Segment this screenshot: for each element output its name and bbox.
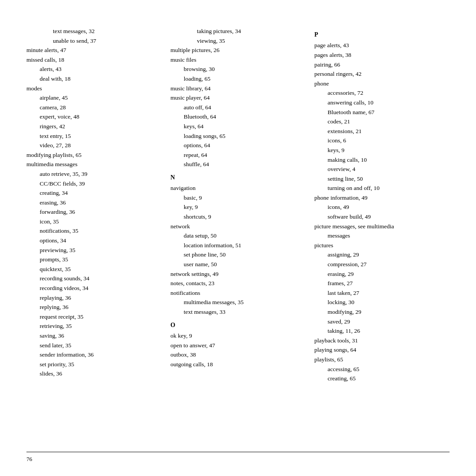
index-entry: prompts, 35 [40,255,162,264]
index-entry: auto off, 64 [184,103,306,112]
index-entry: multiple pictures, 26 [171,45,306,55]
index-entry: compression, 27 [327,260,450,269]
index-entry: erasing, 29 [327,269,450,279]
index-entry: Bluetooth name, 67 [327,108,450,117]
index-entry: replying, 36 [40,302,162,312]
index-entry: icons, 49 [327,202,450,212]
index-entry: phone information, 49 [314,193,450,203]
index-entry: deal with, 18 [40,74,162,84]
index-entry: N [171,173,306,182]
index-entry: slides, 36 [40,369,162,379]
index-entry: page alerts, 43 [314,41,450,50]
index-entry: modifying, 29 [327,307,450,317]
index-entry: options, 64 [184,141,306,150]
index-entry: repeat, 64 [184,150,306,160]
index-entry: auto retrieve, 35, 39 [40,169,162,179]
index-entry: picture messages, see multimedia [314,222,450,231]
index-entry: video, 27, 28 [40,141,162,150]
index-entry: pairing, 66 [314,60,450,70]
index-entry: request receipt, 35 [40,312,162,322]
index-entry: shuffle, 64 [184,160,306,169]
index-entry: making calls, 10 [327,155,450,165]
index-entry: CC/BCC fields, 39 [40,179,162,189]
index-entry: retrieving, 35 [40,321,162,331]
index-entry: loading songs, 65 [184,131,306,141]
index-entry: P [314,30,450,40]
column-3: Ppage alerts, 43pages alerts, 38pairing,… [314,26,450,383]
index-entry: notes, contacts, 23 [171,279,306,288]
index-entry: turning on and off, 10 [327,183,450,193]
index-entry: navigation [171,183,306,193]
index-entry: open to answer, 47 [171,341,306,350]
index-entry: options, 34 [40,236,162,245]
index-entry: user name, 50 [184,260,306,269]
index-entry: send later, 35 [40,341,162,350]
index-entry: playing songs, 64 [314,345,450,355]
index-entry: set phone line, 50 [184,250,306,260]
index-entry: key, 9 [184,202,306,212]
index-entry: saved, 29 [327,317,450,327]
index-entry: loading, 65 [184,74,306,84]
index-entry: O [171,320,306,330]
index-entry: music player, 64 [171,93,306,103]
index-entry: saving, 36 [40,331,162,341]
index-entry: creating, 34 [40,188,162,198]
index-entry: icon, 35 [40,217,162,227]
index-entry: location information, 51 [184,241,306,250]
index-entry: network [171,222,306,231]
index-entry: browsing, 30 [184,64,306,74]
content: text messages, 32unable to send, 37minut… [26,26,450,383]
index-entry: quicktext, 35 [40,264,162,274]
index-entry: multimedia messages [26,160,162,169]
index-entry: frames, 27 [327,279,450,288]
index-entry: keys, 64 [184,122,306,131]
index-entry: taking pictures, 34 [197,26,306,36]
index-entry: messages [327,231,450,241]
index-entry: taking, 11, 26 [327,326,450,336]
index-entry: sender information, 36 [40,350,162,360]
index-entry: personal ringers, 42 [314,69,450,79]
index-entry: playback tools, 31 [314,336,450,346]
index-entry: pictures [314,241,450,250]
column-1: text messages, 32unable to send, 37minut… [26,26,171,383]
index-entry: codes, 21 [327,117,450,126]
index-entry: camera, 28 [40,103,162,112]
index-entry: airplane, 45 [40,93,162,103]
index-entry: accessing, 65 [327,364,450,374]
index-entry: text messages, 33 [184,307,306,317]
index-entry: previewing, 35 [40,245,162,255]
index-entry: playlists, 65 [314,355,450,364]
index-entry: modes [26,84,162,93]
index-entry: setting line, 50 [327,174,450,184]
index-entry: music library, 64 [171,84,306,93]
index-entry: unable to send, 37 [53,36,162,46]
index-entry: pages alerts, 38 [314,50,450,60]
index-entry: notifications [171,288,306,298]
index-entry: last taken, 27 [327,288,450,298]
index-entry: recording videos, 34 [40,283,162,293]
index-entry: software build, 49 [327,212,450,222]
index-entry: creating, 65 [327,374,450,383]
page-number: 76 [26,456,32,462]
index-entry: locking, 30 [327,298,450,307]
index-entry: replaying, 36 [40,293,162,303]
index-entry: recording sounds, 34 [40,274,162,283]
index-entry: multimedia messages, 35 [184,298,306,307]
page-footer: 76 [26,452,450,463]
index-entry: alerts, 43 [40,64,162,74]
index-entry: text messages, 32 [53,26,162,36]
index-entry: overview, 4 [327,164,450,174]
index-entry: answering calls, 10 [327,98,450,108]
index-entry: modifying playlists, 65 [26,150,162,160]
index-entry: minute alerts, 47 [26,45,162,55]
index-entry: assigning, 29 [327,250,450,260]
index-entry: extensions, 21 [327,126,450,136]
index-entry: outbox, 38 [171,350,306,360]
index-entry: Bluetooth, 64 [184,112,306,122]
index-entry: network settings, 49 [171,269,306,279]
index-entry: icons, 6 [327,136,450,145]
index-entry: missed calls, 18 [26,55,162,65]
index-entry: set priority, 35 [40,360,162,369]
index-entry: ringers, 42 [40,122,162,131]
index-entry: forwarding, 36 [40,207,162,217]
